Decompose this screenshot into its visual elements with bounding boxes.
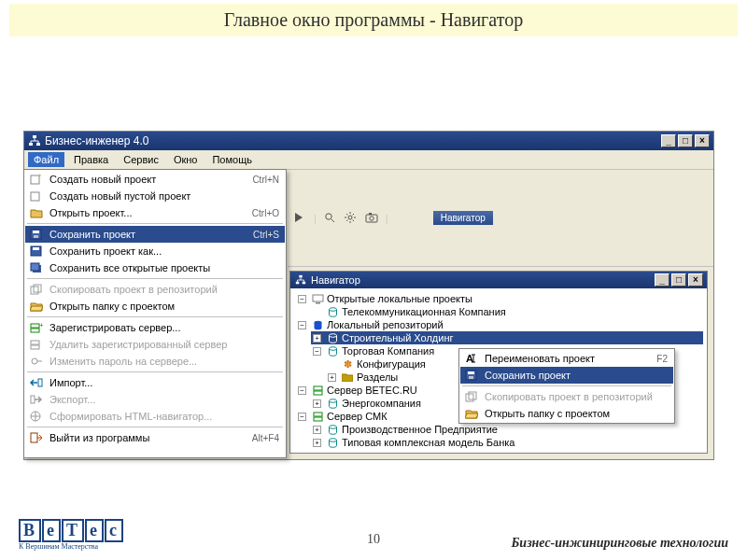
tree-node-local-repo[interactable]: Локальный репозиторий <box>296 318 703 331</box>
new-empty-project-icon <box>29 189 44 203</box>
context-menu: AПереименовать проектF2Сохранить проектС… <box>458 348 675 424</box>
toolbar: | | Навигатор <box>288 170 713 267</box>
file-menu-item[interactable]: Выйти из программыAlt+F4 <box>25 429 285 446</box>
expander-icon[interactable] <box>328 373 336 382</box>
context-menu-item[interactable]: AПереименовать проектF2 <box>460 350 673 367</box>
svg-point-35 <box>329 307 336 311</box>
menu-item-label: Открыть папку с проектом <box>485 408 658 419</box>
expander-icon[interactable] <box>313 426 321 434</box>
navigator-window: Навигатор _ □ × Открытые локальные проек… <box>289 271 708 454</box>
play-icon[interactable] <box>293 212 306 225</box>
save-project-icon <box>464 369 479 382</box>
expander-icon[interactable] <box>298 386 306 395</box>
export-icon <box>29 393 44 406</box>
svg-rect-9 <box>33 247 39 250</box>
svg-rect-34 <box>316 302 320 304</box>
db-icon <box>326 332 339 343</box>
file-menu-item[interactable]: Открыть папку с проектом <box>25 298 285 315</box>
minimize-button[interactable]: _ <box>661 134 676 147</box>
close-button[interactable]: × <box>695 134 710 147</box>
menu-item-label: Импорт... <box>49 377 270 388</box>
expander-icon[interactable] <box>313 334 321 343</box>
file-menu-item[interactable]: Сохранить проект как... <box>25 243 285 259</box>
nav-maximize-button[interactable]: □ <box>671 273 686 287</box>
context-menu-item[interactable]: Открыть папку с проектом <box>460 405 673 422</box>
svg-point-45 <box>329 438 336 441</box>
file-menu-item[interactable]: Открыть проект...Ctrl+O <box>25 204 285 221</box>
svg-rect-13 <box>34 285 41 292</box>
open-folder-icon <box>464 407 479 420</box>
menu-item-shortcut: Ctrl+S <box>244 230 279 240</box>
expander-icon[interactable] <box>313 439 321 447</box>
file-menu-item[interactable]: Сохранить все открытые проекты <box>25 259 285 276</box>
tree-node-bank[interactable]: Типовая комплексная модель Банка <box>311 436 703 449</box>
menu-item-label: Создать новый проект <box>49 174 243 185</box>
context-menu-item[interactable]: Сохранить проект <box>460 367 673 384</box>
svg-rect-30 <box>299 275 302 278</box>
save-as-icon <box>29 245 44 258</box>
import-icon <box>29 376 44 389</box>
new-project-icon <box>29 173 44 186</box>
betec-logo: BeTec К Вершинам Мастерства <box>19 519 124 551</box>
file-menu-item[interactable]: Создать новый проектCtrl+N <box>25 171 285 188</box>
file-menu-item: Изменить пароль на сервере... <box>25 353 285 370</box>
menu-edit[interactable]: Правка <box>68 152 114 167</box>
file-menu-item[interactable]: +Зарегистрировать сервер... <box>25 319 285 336</box>
menu-item-label: Удалить зарегистрированный сервер <box>49 339 270 350</box>
svg-point-44 <box>329 425 336 428</box>
repo-icon <box>311 319 324 330</box>
svg-rect-23 <box>31 433 37 442</box>
svg-rect-27 <box>366 215 377 222</box>
expander-icon[interactable] <box>298 321 306 329</box>
camera-icon[interactable] <box>365 212 378 225</box>
menu-service[interactable]: Сервис <box>118 152 164 167</box>
svg-rect-11 <box>31 263 39 271</box>
svg-rect-49 <box>469 376 473 379</box>
menu-help[interactable]: Помощь <box>206 152 258 167</box>
menu-item-label: Зарегистрировать сервер... <box>49 322 270 333</box>
file-menu-item[interactable]: Создать новый пустой проект <box>25 188 285 204</box>
svg-rect-6 <box>33 231 39 233</box>
svg-rect-20 <box>38 379 42 386</box>
svg-point-41 <box>329 399 336 402</box>
nav-close-button[interactable]: × <box>688 273 703 287</box>
menu-item-label: Сохранить все открытые проекты <box>49 262 270 273</box>
tree-node-construction[interactable]: Строительный Холдинг <box>311 331 703 344</box>
svg-text:+: + <box>39 322 43 329</box>
save-project-icon <box>29 228 44 241</box>
svg-rect-42 <box>314 413 322 416</box>
menu-item-label: Скопировать проект в репозиторий <box>49 284 270 295</box>
tree-node-production[interactable]: Производственное Предприятие <box>311 423 703 436</box>
file-menu-item[interactable]: Сохранить проектCtrl+S <box>25 226 285 243</box>
menu-file[interactable]: Файл <box>28 152 64 167</box>
svg-rect-40 <box>314 391 322 395</box>
menu-item-label: Скопировать проект в репозиторий <box>485 391 658 402</box>
menu-item-label: Создать новый пустой проект <box>49 190 270 202</box>
maximize-button[interactable]: □ <box>678 134 693 147</box>
navigator-chip[interactable]: Навигатор <box>433 211 493 225</box>
register-server-icon: + <box>29 321 44 334</box>
remove-server-icon <box>29 338 44 351</box>
search-icon[interactable] <box>324 212 337 225</box>
nav-minimize-button[interactable]: _ <box>655 273 669 287</box>
menu-window[interactable]: Окно <box>168 152 204 167</box>
svg-rect-33 <box>313 295 323 301</box>
expander-icon[interactable] <box>298 413 306 421</box>
svg-point-38 <box>329 346 336 350</box>
svg-rect-21 <box>31 396 35 403</box>
gear-icon[interactable] <box>345 212 358 225</box>
svg-point-28 <box>370 216 374 219</box>
expander-icon[interactable] <box>298 295 306 303</box>
expander-icon[interactable] <box>313 399 321 408</box>
change-password-icon <box>29 355 44 368</box>
svg-point-19 <box>32 358 37 364</box>
app-icon <box>28 134 41 147</box>
tree-node-telecom[interactable]: Телекоммуникационная Компания <box>311 305 703 318</box>
file-dropdown-menu: Создать новый проектCtrl+NСоздать новый … <box>23 169 287 458</box>
computer-icon <box>311 293 324 304</box>
file-menu-item[interactable]: Импорт... <box>25 374 285 391</box>
tree-node-local-open[interactable]: Открытые локальные проекты <box>296 292 703 305</box>
expander-icon[interactable] <box>313 347 321 356</box>
svg-point-24 <box>326 213 331 218</box>
copy-to-repo-icon <box>29 283 44 296</box>
